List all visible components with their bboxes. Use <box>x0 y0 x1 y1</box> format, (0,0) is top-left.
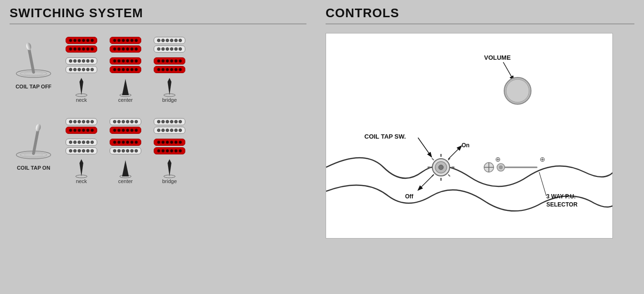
coil-row <box>66 57 97 65</box>
coil-row <box>66 66 97 73</box>
coil-tap-off-icon <box>14 38 53 81</box>
coil-row <box>110 45 141 53</box>
bridge-label-on: bridge <box>162 178 177 184</box>
selector-neck-on <box>74 158 89 178</box>
pickup-off-neck-bottom <box>62 57 101 73</box>
coil-row <box>66 45 97 53</box>
switching-system-title: SWITCHING SYSTEM <box>10 6 306 21</box>
selector-label: 3 WAY P.U. <box>546 193 576 200</box>
svg-marker-22 <box>122 160 129 176</box>
neck-label-off: neck <box>76 97 87 103</box>
svg-text:⊕: ⊕ <box>540 155 545 163</box>
coil-row <box>154 45 185 53</box>
pickup-off-center-bottom <box>106 57 145 73</box>
coil-row <box>66 127 97 134</box>
svg-point-33 <box>439 165 443 170</box>
selector-center-off <box>118 77 133 97</box>
pickup-off-center-top <box>106 37 145 53</box>
svg-marker-19 <box>79 163 83 176</box>
coil-row <box>66 139 97 146</box>
controls-divider <box>326 23 634 24</box>
center-label-off: center <box>118 97 133 103</box>
coil-row <box>66 37 97 44</box>
svg-point-17 <box>35 123 42 132</box>
svg-text:⊕: ⊕ <box>495 155 501 163</box>
selector-neck-off <box>74 77 89 97</box>
coil-row <box>66 118 97 125</box>
coil-row <box>154 147 185 154</box>
pickup-on-neck-top <box>62 118 101 134</box>
off-text: Off <box>405 193 414 200</box>
svg-line-16 <box>34 129 38 153</box>
volume-label: VOLUME <box>484 54 511 61</box>
selector-center-on <box>118 158 133 178</box>
coil-row <box>110 118 141 125</box>
coil-row <box>110 127 141 134</box>
svg-marker-9 <box>122 79 129 95</box>
svg-point-50 <box>499 165 503 169</box>
switching-system-panel: SWITCHING SYSTEM C <box>0 0 316 294</box>
svg-marker-6 <box>79 82 83 95</box>
svg-point-4 <box>25 42 32 51</box>
pickup-on-neck-bottom <box>62 139 101 154</box>
controls-panel: CONTROLS VOLUME COIL TAP SW. <box>316 0 644 294</box>
controls-diagram-box: VOLUME COIL TAP SW. On <box>326 33 613 239</box>
coil-tap-on-icon <box>14 119 53 162</box>
svg-marker-24 <box>168 163 171 176</box>
neck-label-on: neck <box>76 178 87 184</box>
pickup-on-bridge-bottom <box>150 139 189 154</box>
pickup-off-neck-top <box>62 37 101 53</box>
toggle-on-area: COIL TAP ON <box>10 114 57 171</box>
pickup-off-bridge-bottom <box>150 57 189 73</box>
coil-row <box>110 139 141 146</box>
coil-row <box>66 147 97 154</box>
coil-row <box>154 118 185 125</box>
svg-marker-12 <box>168 78 171 82</box>
pickup-on-bridge-top <box>150 118 189 134</box>
on-text: On <box>462 142 470 149</box>
svg-marker-7 <box>79 78 83 82</box>
pickup-off-bridge-top <box>150 37 189 53</box>
coil-row <box>110 147 141 154</box>
coil-tap-on-label: COIL TAP ON <box>17 165 50 171</box>
coil-row <box>154 66 185 73</box>
coil-row <box>110 57 141 65</box>
controls-diagram-svg: VOLUME COIL TAP SW. On <box>326 33 613 239</box>
selector-bridge-off <box>162 77 177 97</box>
section-divider <box>10 23 306 24</box>
coil-row <box>110 37 141 44</box>
pickup-on-center-top <box>106 118 145 134</box>
svg-text:SELECTOR: SELECTOR <box>546 201 577 208</box>
coil-row <box>110 66 141 73</box>
svg-marker-11 <box>168 82 171 95</box>
toggle-off-area: COIL TAP OFF <box>10 33 57 89</box>
coil-tap-off-label: COIL TAP OFF <box>15 84 51 89</box>
coil-row <box>154 127 185 134</box>
center-label-on: center <box>118 178 133 184</box>
coil-row <box>154 37 185 44</box>
svg-marker-20 <box>79 159 83 163</box>
controls-title: CONTROLS <box>326 6 634 21</box>
svg-line-3 <box>29 47 34 72</box>
coil-row <box>154 57 185 65</box>
coil-tap-label: COIL TAP SW. <box>364 133 406 140</box>
coil-row <box>154 139 185 146</box>
pickup-on-center-bottom <box>106 139 145 154</box>
svg-marker-25 <box>168 159 171 163</box>
svg-point-29 <box>506 79 529 102</box>
selector-bridge-on <box>162 158 177 178</box>
bridge-label-off: bridge <box>162 97 177 103</box>
